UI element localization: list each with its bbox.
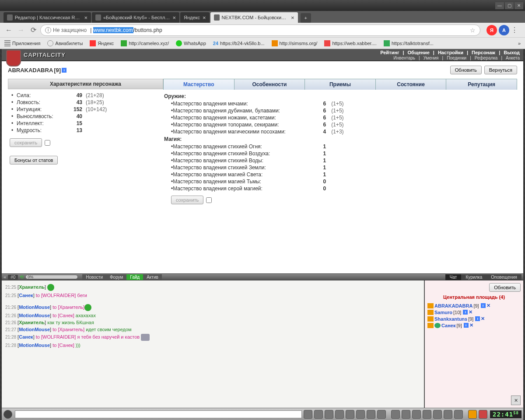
info-icon[interactable]: i	[62, 68, 66, 73]
address-bar[interactable]: i Не защищено | www.nextbk.com/buttons.p…	[40, 24, 480, 36]
sb-prev[interactable]: «	[4, 274, 6, 280]
info-icon[interactable]: i	[475, 316, 480, 321]
tool-icon[interactable]	[412, 410, 421, 419]
tool-icon[interactable]	[423, 410, 431, 419]
new-tab-button[interactable]: +	[301, 13, 311, 23]
chat-username[interactable]: Хранитель	[19, 284, 45, 290]
close-icon[interactable]: ×	[172, 14, 176, 21]
exit-icon[interactable]	[479, 410, 487, 419]
tool-icon[interactable]	[433, 410, 442, 419]
bookmark-star-icon[interactable]: ☆	[470, 27, 476, 34]
menu-settings[interactable]: Настройки	[438, 50, 463, 55]
chat-log[interactable]: 21:25 [Хранитель] 21:25 [Санек] to [WOLF…	[2, 280, 425, 408]
tool-icon[interactable]	[314, 410, 323, 419]
close-icon[interactable]: ×	[291, 14, 294, 21]
remove-icon[interactable]: ✕	[486, 303, 490, 308]
menu-rating[interactable]: Рейтинг	[380, 50, 399, 55]
browser-tab-0[interactable]: Редактор | Классическая RPG "Н×	[4, 12, 91, 23]
player-name[interactable]: Санек	[441, 323, 455, 328]
sbtab-forum[interactable]: Форум	[106, 274, 126, 280]
submenu-skills[interactable]: Умения	[424, 56, 439, 60]
tool-icon[interactable]	[454, 410, 463, 419]
close-window-button[interactable]: ✕	[514, 2, 523, 9]
bookmark-item[interactable]: Авиабилеты	[47, 40, 83, 46]
maximize-button[interactable]: ▢	[505, 2, 514, 9]
reload-button[interactable]: ⟳	[28, 25, 38, 35]
tool-icon[interactable]	[356, 410, 365, 419]
info-icon[interactable]: i	[464, 323, 469, 328]
tab-moves[interactable]: Приемы	[304, 79, 375, 90]
bookmark-item[interactable]: WhatsApp	[176, 40, 206, 46]
sbtab-smoking[interactable]: Курилка	[461, 274, 486, 280]
player-name[interactable]: Shankxantuns	[434, 316, 467, 322]
info-icon[interactable]: i	[45, 27, 51, 33]
chat-username[interactable]: Хранитель	[19, 320, 45, 325]
bookmark-item[interactable]: https://web.xabber....	[324, 40, 377, 46]
player-name[interactable]: Samuro	[434, 310, 452, 315]
tool-icon[interactable]	[391, 410, 400, 419]
back-button[interactable]: Вернуться	[484, 66, 517, 74]
bookmark-item[interactable]: http://simsms.org/	[272, 40, 318, 46]
chat-username[interactable]: MotionMouse	[19, 313, 50, 318]
yandex-icon[interactable]: Я	[486, 25, 497, 35]
back-button[interactable]: ←	[4, 25, 14, 35]
minimize-button[interactable]: —	[495, 2, 504, 9]
sbtab-news[interactable]: Новости	[82, 274, 106, 280]
expand-icon[interactable]: ✕	[511, 396, 521, 405]
chat-username[interactable]: MotionMouse	[19, 343, 50, 348]
forward-button[interactable]: →	[16, 25, 26, 35]
chat-username[interactable]: Санек	[19, 293, 33, 298]
menu-icon[interactable]: ⋮	[509, 25, 520, 35]
tab-reputation[interactable]: Репутация	[446, 79, 517, 90]
remove-icon[interactable]: ✕	[481, 316, 485, 322]
tool-icon[interactable]	[346, 410, 354, 419]
sb-channel[interactable]: #0	[8, 275, 18, 280]
bookmark-item[interactable]: https://talktotransf...	[384, 40, 434, 46]
bookmark-item[interactable]: http://cameleo.xyz/	[121, 40, 169, 46]
tool-icon[interactable]	[325, 410, 333, 419]
tool-icon[interactable]	[367, 410, 375, 419]
refresh-button[interactable]: Обновить	[450, 66, 482, 74]
remove-icon[interactable]: ✕	[469, 322, 473, 328]
link-icon[interactable]: ⟲	[20, 274, 24, 280]
menu-character[interactable]: Персонаж	[472, 50, 495, 55]
sbtab-chat[interactable]: Чат	[445, 274, 462, 280]
sbtab-active[interactable]: Актив	[143, 274, 162, 280]
submenu-inventory[interactable]: Инвентарь	[393, 56, 415, 60]
browser-tab-1[interactable]: «Бойцовский Клуб» - Бесплатна×	[92, 12, 179, 23]
player-name[interactable]: ABRAKADABRA	[434, 303, 472, 308]
save-skills-checkbox[interactable]	[206, 197, 212, 203]
stat-bonus-button[interactable]: Бонусы от статов	[10, 156, 58, 164]
bookmark-apps[interactable]: Приложения	[4, 40, 40, 46]
bookmark-item[interactable]: 24https://b24-vk5llo.b...	[213, 41, 265, 46]
chat-username[interactable]: MotionMouse	[19, 304, 50, 310]
submenu-fights[interactable]: Поединки	[447, 56, 466, 60]
tool-icon[interactable]	[444, 410, 452, 419]
info-icon[interactable]: i	[463, 310, 468, 315]
browser-tab-2[interactable]: Яндекс×	[180, 12, 210, 23]
tool-icon[interactable]	[402, 410, 410, 419]
chat-username[interactable]: Санек	[19, 334, 33, 340]
remove-icon[interactable]: ✕	[469, 309, 472, 315]
tab-status[interactable]: Состояние	[375, 79, 446, 90]
save-checkbox[interactable]	[45, 140, 50, 146]
submenu-profile[interactable]: Анкета	[506, 56, 520, 60]
smiley-icon[interactable]	[4, 410, 12, 419]
bookmark-item[interactable]: Яндекс	[90, 40, 114, 46]
close-icon[interactable]: ×	[84, 14, 88, 21]
tab-features[interactable]: Особенности	[234, 79, 305, 90]
info-icon[interactable]: i	[481, 303, 486, 308]
menu-exit[interactable]: Выход	[504, 50, 520, 55]
sidebar-refresh-button[interactable]: Обновить	[489, 283, 521, 292]
tool-icon[interactable]	[335, 410, 344, 419]
tool-icon[interactable]	[304, 410, 312, 419]
tool-icon[interactable]	[468, 410, 477, 419]
chat-input[interactable]	[15, 410, 302, 418]
profile-avatar[interactable]: A	[499, 25, 509, 35]
close-icon[interactable]: ×	[203, 14, 206, 21]
sbtab-guide[interactable]: Гайд	[126, 274, 143, 280]
sbtab-alerts[interactable]: Оповещения	[486, 274, 522, 280]
submenu-referral[interactable]: Рефералка	[475, 56, 498, 60]
bookmarks-overflow[interactable]: »	[518, 41, 521, 46]
chat-username[interactable]: MotionMouse	[19, 327, 50, 332]
